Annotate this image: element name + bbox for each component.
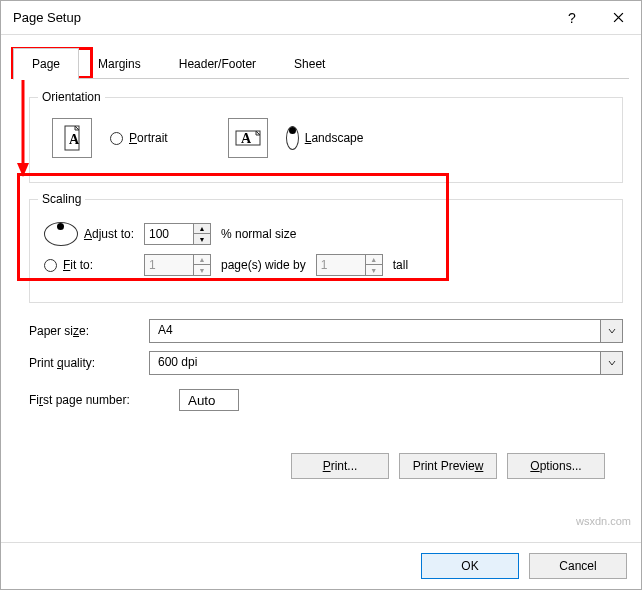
close-icon [613, 12, 624, 23]
radio-adjust-to[interactable]: Adjust to: [44, 222, 134, 246]
print-quality-select[interactable]: 600 dpi [149, 351, 623, 375]
scaling-legend: Scaling [38, 192, 85, 206]
paper-size-label: Paper size: [29, 324, 139, 338]
landscape-icon: A [228, 118, 268, 158]
tab-sheet[interactable]: Sheet [275, 48, 344, 80]
adjust-suffix: % normal size [221, 227, 296, 241]
dialog-footer: OK Cancel [1, 542, 641, 589]
fit-wide-input[interactable] [144, 254, 194, 276]
print-preview-button[interactable]: Print Preview [399, 453, 497, 479]
radio-dot [44, 259, 57, 272]
dropdown-button[interactable] [601, 351, 623, 375]
scaling-group: Scaling Adjust to: ▲▼ % normal size Fit … [29, 199, 623, 303]
titlebar: Page Setup ? [1, 1, 641, 35]
tab-page[interactable]: Page [13, 48, 79, 80]
annotation-arrow [15, 79, 35, 179]
orientation-legend: Orientation [38, 90, 105, 104]
portrait-icon: A [52, 118, 92, 158]
ok-button[interactable]: OK [421, 553, 519, 579]
tab-bar: Page Margins Header/Footer Sheet [1, 35, 641, 79]
watermark: wsxdn.com [576, 515, 631, 527]
fit-tall-input[interactable] [316, 254, 366, 276]
fit-tall-label: tall [393, 258, 408, 272]
radio-dot [286, 126, 299, 150]
adjust-to-input[interactable] [144, 223, 194, 245]
spin-down[interactable]: ▼ [194, 234, 210, 244]
fit-wide-spinner[interactable]: ▲▼ [144, 254, 211, 276]
radio-landscape[interactable]: Landscape [286, 126, 364, 150]
spin-up[interactable]: ▲ [366, 255, 382, 265]
spin-up[interactable]: ▲ [194, 255, 210, 265]
chevron-down-icon [608, 327, 616, 335]
print-button[interactable]: Print... [291, 453, 389, 479]
chevron-down-icon [608, 359, 616, 367]
first-page-label: First page number: [29, 393, 169, 407]
radio-dot [44, 222, 78, 246]
fit-mid-label: page(s) wide by [221, 258, 306, 272]
paper-size-value: A4 [149, 319, 601, 343]
close-button[interactable] [595, 1, 641, 35]
fit-tall-spinner[interactable]: ▲▼ [316, 254, 383, 276]
orientation-group: Orientation A Portrait A Landscape [29, 97, 623, 183]
dialog-title: Page Setup [13, 10, 549, 25]
tab-margins[interactable]: Margins [79, 48, 160, 80]
print-quality-label: Print quality: [29, 356, 139, 370]
spin-down[interactable]: ▼ [366, 265, 382, 275]
print-quality-value: 600 dpi [149, 351, 601, 375]
tab-header-footer[interactable]: Header/Footer [160, 48, 275, 80]
options-button[interactable]: Options... [507, 453, 605, 479]
cancel-button[interactable]: Cancel [529, 553, 627, 579]
first-page-input[interactable] [179, 389, 239, 411]
svg-text:A: A [241, 131, 252, 146]
action-buttons: Print... Print Preview Options... [29, 441, 623, 491]
spin-up[interactable]: ▲ [194, 224, 210, 234]
radio-fit-to[interactable]: Fit to: [44, 258, 134, 272]
svg-marker-5 [17, 163, 29, 177]
paper-size-select[interactable]: A4 [149, 319, 623, 343]
spin-down[interactable]: ▼ [194, 265, 210, 275]
radio-dot [110, 132, 123, 145]
dropdown-button[interactable] [601, 319, 623, 343]
svg-text:A: A [69, 132, 80, 147]
radio-portrait[interactable]: Portrait [110, 131, 168, 145]
page-setup-dialog: Page Setup ? Page Margins Header/Footer … [0, 0, 642, 590]
tab-content: Orientation A Portrait A Landscape [1, 79, 641, 542]
adjust-to-spinner[interactable]: ▲▼ [144, 223, 211, 245]
help-button[interactable]: ? [549, 1, 595, 35]
